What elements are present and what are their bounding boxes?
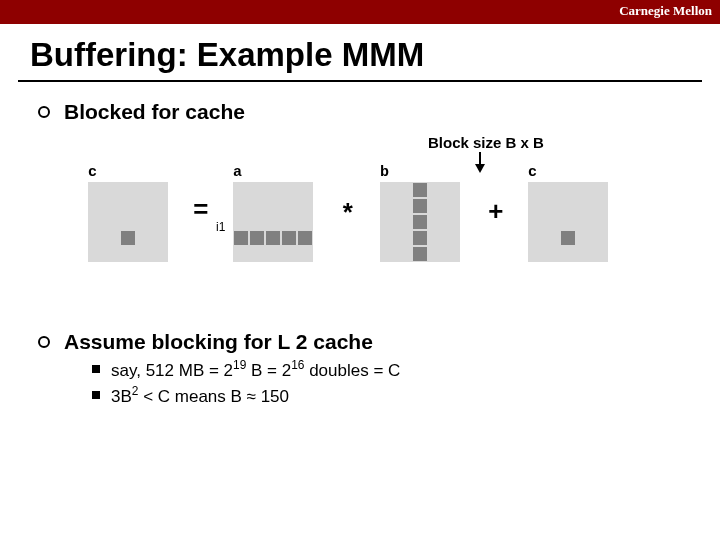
sub-item-2: 3B2 < C means B ≈ 150: [92, 384, 720, 407]
label-c2: c: [528, 164, 537, 181]
c2-block: [560, 230, 576, 246]
matrix-c1: [88, 182, 168, 262]
title-rule: [18, 80, 702, 82]
matrix-c2: [528, 182, 608, 262]
brand-text: Carnegie Mellon: [619, 3, 712, 19]
slide-title: Buffering: Example MMM: [30, 36, 720, 74]
header-bar: Carnegie Mellon: [0, 0, 720, 24]
bullet-icon: [38, 336, 50, 348]
bullet-assume: Assume blocking for L 2 cache say, 512 M…: [38, 330, 720, 409]
sub-text-1: say, 512 MB = 219 B = 216 doubles = C: [111, 358, 400, 381]
sub-item-1: say, 512 MB = 219 B = 216 doubles = C: [92, 358, 720, 381]
content-area: Blocked for cache Block size B x B c = a…: [38, 100, 720, 409]
op-multiply: *: [340, 200, 356, 230]
bullet-text-2: Assume blocking for L 2 cache: [64, 330, 720, 354]
op-plus: +: [488, 198, 504, 228]
label-i1: i1: [216, 220, 225, 234]
arrow-down-icon: [475, 164, 485, 173]
bullet-text: Blocked for cache: [64, 100, 245, 124]
mmm-diagram: Block size B x B c = a i1 * b: [58, 134, 720, 324]
label-a: a: [233, 164, 242, 181]
a-row-block: [233, 230, 249, 246]
op-equals: =: [193, 196, 209, 226]
bullet-blocked: Blocked for cache: [38, 100, 720, 124]
matrix-b: [380, 182, 460, 262]
square-bullet-icon: [92, 365, 100, 373]
label-c1: c: [88, 164, 97, 181]
sub-text-2: 3B2 < C means B ≈ 150: [111, 384, 289, 407]
bullet-icon: [38, 106, 50, 118]
block-size-annotation: Block size B x B: [428, 134, 544, 151]
label-b: b: [380, 164, 389, 181]
sub-list: say, 512 MB = 219 B = 216 doubles = C 3B…: [92, 358, 720, 406]
square-bullet-icon: [92, 391, 100, 399]
b-col-block: [412, 182, 428, 198]
matrix-a: [233, 182, 313, 262]
c1-block: [120, 230, 136, 246]
